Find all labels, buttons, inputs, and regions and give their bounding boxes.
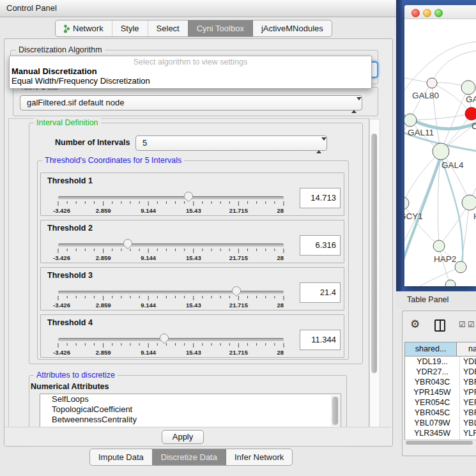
svg-text:21.715: 21.715 — [229, 302, 249, 309]
number-of-intervals-spinner[interactable]: 5 — [135, 135, 327, 151]
slider-thumb[interactable] — [183, 191, 194, 203]
zoom-traffic-light[interactable] — [434, 9, 443, 17]
table-row[interactable]: YBR043CYBRO — [405, 377, 476, 387]
tab-label: Cyni Toolbox — [197, 24, 244, 33]
threshold-value-field[interactable]: 21.4 — [300, 282, 341, 303]
control-panel-titlebar: Control Panel □ ✖ — [0, 0, 396, 17]
attributes-list-scrollbar[interactable] — [331, 395, 340, 426]
threshold-value-field[interactable]: 6.316 — [300, 235, 341, 256]
name-cell[interactable]: YBLO — [460, 418, 476, 428]
algorithm-option-equal-width[interactable]: Equal Width/Frequency Discretization — [12, 76, 150, 86]
shared-name-cell[interactable]: YBR043C — [405, 377, 460, 387]
split-columns-icon[interactable] — [434, 319, 445, 332]
node-label: GAL11 — [408, 128, 434, 137]
algorithm-option-manual[interactable]: Manual Discretization — [12, 66, 97, 76]
checkbox-icon[interactable]: ☑ — [459, 320, 466, 329]
shared-name-cell[interactable]: YBL079W — [405, 418, 460, 428]
network-node-gal11[interactable] — [404, 114, 417, 127]
shared-name-cell[interactable]: YBR045C — [405, 408, 460, 418]
network-edge — [404, 151, 441, 203]
slider-track[interactable] — [58, 243, 284, 247]
minimize-traffic-light[interactable] — [423, 9, 431, 17]
network-window-titlebar[interactable] — [404, 5, 476, 19]
numerical-attributes-list[interactable]: SelfLoopsTopologicalCoefficientBetweenne… — [40, 394, 341, 428]
table-row[interactable]: YPR145WYPR1 — [405, 387, 476, 397]
interval-definition-title: Interval Definition — [34, 118, 101, 127]
close-traffic-light[interactable] — [411, 9, 420, 17]
name-cell[interactable]: YBRO — [460, 408, 476, 418]
combo-arrows-icon[interactable] — [351, 98, 357, 112]
gear-icon[interactable]: ⚙ — [410, 319, 420, 330]
threshold-value-field[interactable]: 11.344 — [300, 330, 341, 350]
shared-name-cell[interactable]: YDL19... — [405, 357, 460, 367]
tab-select[interactable]: Select — [148, 20, 188, 36]
table-row[interactable]: YDL19...YDL1 — [405, 357, 476, 367]
node-label: GAL80 — [412, 91, 439, 100]
attributes-scrollbar-thumb[interactable] — [332, 397, 338, 425]
spinner-arrows-icon[interactable] — [316, 139, 321, 153]
network-node-ga[interactable] — [461, 81, 475, 95]
threshold-panel-1: Threshold 1-3.4262.8599.14415.4321.71528… — [40, 173, 344, 216]
checkbox-icon[interactable]: ☑ — [468, 320, 475, 329]
shared-name-cell[interactable]: YPR145W — [405, 387, 460, 397]
network-node[interactable] — [455, 261, 466, 273]
table-data-group: Table Data galFiltered.sif default node — [13, 87, 378, 116]
algorithm-placeholder: Select algorithm to view settings — [10, 58, 371, 66]
svg-text:21.715: 21.715 — [229, 349, 249, 356]
table-horizontal-scrollbar[interactable] — [404, 440, 476, 446]
attribute-item[interactable]: TopologicalCoefficient — [40, 404, 341, 415]
name-cell[interactable]: YERO — [460, 397, 476, 408]
table-row[interactable]: YBL079WYBLO — [405, 418, 476, 428]
slider-track[interactable] — [58, 196, 284, 199]
column-header-shared-name[interactable]: shared... — [405, 342, 457, 356]
threshold-label: Threshold 4 — [47, 318, 93, 327]
tab-style[interactable]: Style — [112, 20, 148, 36]
table-data-combo[interactable]: galFiltered.sif default node — [20, 95, 362, 111]
network-node-c[interactable] — [465, 107, 476, 120]
slider-track[interactable] — [58, 291, 284, 294]
svg-text:9.144: 9.144 — [141, 254, 156, 261]
main-vertical-scrollbar[interactable] — [369, 119, 380, 427]
table-row[interactable]: YLR345WYLR3 — [405, 428, 476, 438]
shared-name-cell[interactable]: YDR27... — [405, 367, 460, 377]
name-cell[interactable]: YDR2 — [460, 367, 476, 377]
network-canvas[interactable]: GAL80GACGAL11GAL4GCY1HHAP2 — [404, 19, 476, 286]
slider-track[interactable] — [58, 338, 284, 341]
network-node-h[interactable] — [462, 195, 476, 210]
attributes-group-title: Attributes to discretize — [34, 371, 118, 380]
table-row[interactable]: YER054CYERO — [405, 397, 476, 408]
table-row[interactable]: YBR045CYBRO — [405, 408, 476, 418]
tab-jactivemnodules[interactable]: jActiveMNodules — [252, 20, 332, 36]
hscroll-thumb[interactable] — [406, 441, 473, 445]
shared-name-cell[interactable]: YER054C — [405, 397, 460, 408]
bottom-tab-infer-network[interactable]: Infer Network — [226, 449, 292, 465]
name-cell[interactable]: YBRO — [460, 377, 476, 387]
attribute-item[interactable]: BetweennessCentrality — [40, 415, 341, 425]
node-label: GA — [466, 95, 476, 104]
network-node-hap2[interactable] — [433, 240, 445, 252]
name-cell[interactable]: YLR3 — [460, 428, 476, 438]
network-node-gcy1[interactable] — [404, 197, 409, 210]
network-node[interactable] — [445, 280, 456, 286]
bottom-tab-discretize-data[interactable]: Discretize Data — [152, 449, 226, 465]
shared-name-cell[interactable]: YLR345W — [405, 428, 460, 438]
slider-thumb[interactable] — [231, 286, 242, 297]
bottom-tab-impute-data[interactable]: Impute Data — [90, 449, 152, 465]
tab-cyni-toolbox[interactable]: Cyni Toolbox — [188, 20, 252, 36]
slider-ticks: -3.4262.8599.14415.4321.71528 — [41, 295, 344, 309]
table-row[interactable]: YDR27...YDR2 — [405, 367, 476, 377]
tab-network[interactable]: Network — [56, 20, 112, 36]
scrollbar-thumb[interactable] — [371, 134, 377, 373]
name-cell[interactable]: YDL1 — [460, 357, 476, 367]
column-header-name[interactable]: na — [457, 342, 476, 356]
network-node-gal80[interactable] — [427, 78, 437, 88]
slider-thumb[interactable] — [159, 333, 169, 344]
threshold-value-field[interactable]: 14.713 — [300, 188, 341, 208]
svg-text:-3.426: -3.426 — [53, 349, 70, 356]
svg-text:-3.426: -3.426 — [53, 207, 70, 214]
network-node-gal4[interactable] — [433, 143, 449, 160]
apply-button[interactable]: Apply — [162, 430, 204, 444]
slider-thumb[interactable] — [123, 238, 133, 250]
name-cell[interactable]: YPR1 — [460, 387, 476, 397]
attribute-item[interactable]: SelfLoops — [40, 394, 341, 404]
